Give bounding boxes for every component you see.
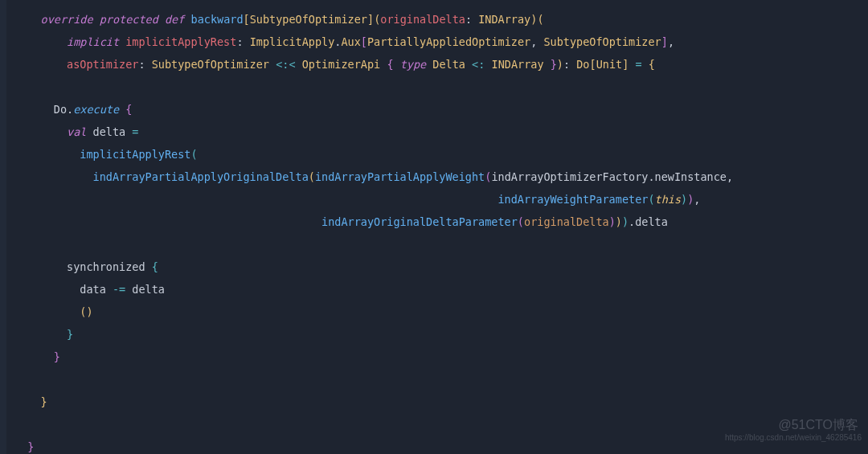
code-line xyxy=(14,373,21,386)
code-line: indArrayOriginalDeltaParameter(originalD… xyxy=(14,215,668,228)
gutter-bar xyxy=(0,0,6,454)
argument: originalDelta xyxy=(524,215,609,228)
type: Delta xyxy=(432,58,465,71)
operator: = xyxy=(635,58,641,71)
type: Aux xyxy=(341,35,360,48)
code-line: } xyxy=(14,440,34,453)
type: PartiallyAppliedOptimizer xyxy=(367,35,530,48)
operator: = xyxy=(132,125,138,138)
code-line: } xyxy=(14,350,60,363)
type: ImplicitApply xyxy=(250,35,335,48)
identifier: delta xyxy=(132,283,165,296)
keyword-def: def xyxy=(165,13,184,26)
fn-call: indArrayWeightParameter xyxy=(497,193,648,206)
identifier: indArrayOptimizerFactory xyxy=(491,170,648,183)
keyword-val: val xyxy=(67,125,86,138)
code-line: indArrayWeightParameter(this)), xyxy=(14,193,700,206)
identifier: newInstance xyxy=(655,170,727,183)
type-param: SubtypeOfOptimizer xyxy=(250,13,367,26)
code-line: data -= delta xyxy=(14,283,165,296)
type: Do xyxy=(576,58,589,71)
type: INDArray xyxy=(492,58,544,71)
operator: -= xyxy=(113,283,125,296)
identifier: delta xyxy=(635,215,668,228)
watermark-csdn: https://blog.csdn.net/weixin_46285416 xyxy=(725,427,862,449)
param-name: implicitApplyRest xyxy=(125,35,236,48)
code-line: indArrayPartialApplyOriginalDelta(indArr… xyxy=(14,170,733,183)
fn-call: indArrayOriginalDeltaParameter xyxy=(321,215,518,228)
param-name: originalDelta xyxy=(380,13,465,26)
code-line: asOptimizer: SubtypeOfOptimizer <:< Opti… xyxy=(14,58,655,71)
code-block: override protected def backward[SubtypeO… xyxy=(0,0,868,454)
code-line: val delta = xyxy=(14,125,138,138)
code-line xyxy=(14,418,21,431)
code-line: implicit implicitApplyRest: ImplicitAppl… xyxy=(14,35,674,48)
type: Unit xyxy=(596,58,623,71)
identifier: synchronized xyxy=(67,260,145,273)
operator: <:< xyxy=(276,58,295,71)
identifier: Do xyxy=(54,103,67,116)
type: OptimizerApi xyxy=(302,58,381,71)
code-line: implicitApplyRest( xyxy=(14,148,198,161)
code-line xyxy=(14,80,21,93)
code-line: override protected def backward[SubtypeO… xyxy=(14,13,544,26)
fn-call: indArrayPartialApplyOriginalDelta xyxy=(93,170,309,183)
keyword-override: override xyxy=(41,13,93,26)
operator: <: xyxy=(472,58,485,71)
type: SubtypeOfOptimizer xyxy=(543,35,661,48)
code-line: } xyxy=(14,395,47,408)
keyword-implicit: implicit xyxy=(67,35,119,48)
identifier: data xyxy=(80,283,106,296)
keyword-this: this xyxy=(655,193,682,206)
keyword-protected: protected xyxy=(100,13,158,26)
code-line: () xyxy=(14,305,93,318)
method-name: backward xyxy=(191,13,244,26)
fn-call: indArrayPartialApplyWeight xyxy=(315,170,485,183)
code-line: synchronized { xyxy=(14,260,158,273)
type: SubtypeOfOptimizer xyxy=(152,58,269,71)
code-line: } xyxy=(14,328,73,341)
code-line: Do.execute { xyxy=(14,103,132,116)
type: INDArray xyxy=(478,13,530,26)
code-line xyxy=(14,238,21,251)
method-call: execute xyxy=(73,103,119,116)
fn-call: implicitApplyRest xyxy=(80,148,190,161)
val-name: delta xyxy=(93,125,126,138)
keyword-type: type xyxy=(400,58,427,71)
param-name: asOptimizer xyxy=(67,58,138,71)
